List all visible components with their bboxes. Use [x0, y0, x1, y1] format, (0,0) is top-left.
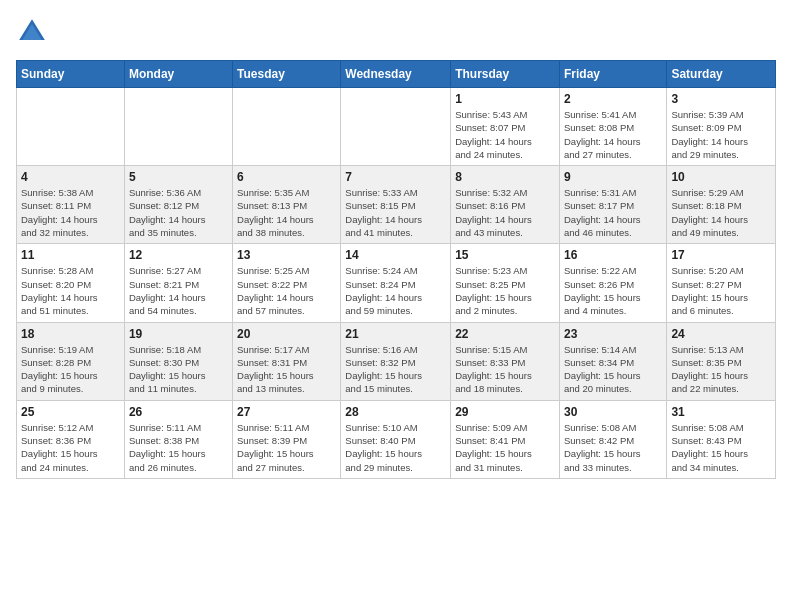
day-info: Sunrise: 5:39 AM Sunset: 8:09 PM Dayligh… — [671, 108, 771, 161]
day-info: Sunrise: 5:15 AM Sunset: 8:33 PM Dayligh… — [455, 343, 555, 396]
weekday-thursday: Thursday — [451, 61, 560, 88]
calendar-week-0: 1Sunrise: 5:43 AM Sunset: 8:07 PM Daylig… — [17, 88, 776, 166]
day-number: 27 — [237, 405, 336, 419]
day-info: Sunrise: 5:43 AM Sunset: 8:07 PM Dayligh… — [455, 108, 555, 161]
calendar-cell: 19Sunrise: 5:18 AM Sunset: 8:30 PM Dayli… — [124, 322, 232, 400]
calendar-cell: 9Sunrise: 5:31 AM Sunset: 8:17 PM Daylig… — [559, 166, 666, 244]
day-number: 31 — [671, 405, 771, 419]
calendar-cell: 8Sunrise: 5:32 AM Sunset: 8:16 PM Daylig… — [451, 166, 560, 244]
calendar-cell: 7Sunrise: 5:33 AM Sunset: 8:15 PM Daylig… — [341, 166, 451, 244]
calendar-cell: 6Sunrise: 5:35 AM Sunset: 8:13 PM Daylig… — [233, 166, 341, 244]
day-info: Sunrise: 5:32 AM Sunset: 8:16 PM Dayligh… — [455, 186, 555, 239]
day-info: Sunrise: 5:09 AM Sunset: 8:41 PM Dayligh… — [455, 421, 555, 474]
day-number: 5 — [129, 170, 228, 184]
calendar-cell: 10Sunrise: 5:29 AM Sunset: 8:18 PM Dayli… — [667, 166, 776, 244]
calendar-cell: 30Sunrise: 5:08 AM Sunset: 8:42 PM Dayli… — [559, 400, 666, 478]
day-number: 19 — [129, 327, 228, 341]
day-number: 10 — [671, 170, 771, 184]
day-number: 6 — [237, 170, 336, 184]
calendar-cell: 4Sunrise: 5:38 AM Sunset: 8:11 PM Daylig… — [17, 166, 125, 244]
calendar-cell: 26Sunrise: 5:11 AM Sunset: 8:38 PM Dayli… — [124, 400, 232, 478]
calendar-week-2: 11Sunrise: 5:28 AM Sunset: 8:20 PM Dayli… — [17, 244, 776, 322]
calendar-cell: 24Sunrise: 5:13 AM Sunset: 8:35 PM Dayli… — [667, 322, 776, 400]
weekday-tuesday: Tuesday — [233, 61, 341, 88]
day-number: 18 — [21, 327, 120, 341]
calendar-cell: 16Sunrise: 5:22 AM Sunset: 8:26 PM Dayli… — [559, 244, 666, 322]
day-number: 3 — [671, 92, 771, 106]
weekday-wednesday: Wednesday — [341, 61, 451, 88]
calendar-cell: 15Sunrise: 5:23 AM Sunset: 8:25 PM Dayli… — [451, 244, 560, 322]
day-number: 16 — [564, 248, 662, 262]
calendar-cell: 2Sunrise: 5:41 AM Sunset: 8:08 PM Daylig… — [559, 88, 666, 166]
day-info: Sunrise: 5:08 AM Sunset: 8:42 PM Dayligh… — [564, 421, 662, 474]
day-number: 14 — [345, 248, 446, 262]
day-info: Sunrise: 5:27 AM Sunset: 8:21 PM Dayligh… — [129, 264, 228, 317]
day-number: 1 — [455, 92, 555, 106]
calendar-cell: 1Sunrise: 5:43 AM Sunset: 8:07 PM Daylig… — [451, 88, 560, 166]
calendar-cell: 23Sunrise: 5:14 AM Sunset: 8:34 PM Dayli… — [559, 322, 666, 400]
day-number: 22 — [455, 327, 555, 341]
logo-icon — [16, 16, 48, 48]
calendar-cell: 13Sunrise: 5:25 AM Sunset: 8:22 PM Dayli… — [233, 244, 341, 322]
calendar-cell: 11Sunrise: 5:28 AM Sunset: 8:20 PM Dayli… — [17, 244, 125, 322]
day-info: Sunrise: 5:20 AM Sunset: 8:27 PM Dayligh… — [671, 264, 771, 317]
day-info: Sunrise: 5:25 AM Sunset: 8:22 PM Dayligh… — [237, 264, 336, 317]
day-info: Sunrise: 5:14 AM Sunset: 8:34 PM Dayligh… — [564, 343, 662, 396]
calendar-cell — [124, 88, 232, 166]
day-info: Sunrise: 5:22 AM Sunset: 8:26 PM Dayligh… — [564, 264, 662, 317]
weekday-friday: Friday — [559, 61, 666, 88]
day-info: Sunrise: 5:12 AM Sunset: 8:36 PM Dayligh… — [21, 421, 120, 474]
day-info: Sunrise: 5:19 AM Sunset: 8:28 PM Dayligh… — [21, 343, 120, 396]
day-number: 29 — [455, 405, 555, 419]
day-info: Sunrise: 5:11 AM Sunset: 8:38 PM Dayligh… — [129, 421, 228, 474]
calendar-cell: 28Sunrise: 5:10 AM Sunset: 8:40 PM Dayli… — [341, 400, 451, 478]
calendar-header: SundayMondayTuesdayWednesdayThursdayFrid… — [17, 61, 776, 88]
day-number: 20 — [237, 327, 336, 341]
day-number: 24 — [671, 327, 771, 341]
calendar-week-3: 18Sunrise: 5:19 AM Sunset: 8:28 PM Dayli… — [17, 322, 776, 400]
day-number: 7 — [345, 170, 446, 184]
calendar-cell: 20Sunrise: 5:17 AM Sunset: 8:31 PM Dayli… — [233, 322, 341, 400]
day-number: 30 — [564, 405, 662, 419]
weekday-header-row: SundayMondayTuesdayWednesdayThursdayFrid… — [17, 61, 776, 88]
day-number: 4 — [21, 170, 120, 184]
weekday-monday: Monday — [124, 61, 232, 88]
day-number: 8 — [455, 170, 555, 184]
day-number: 13 — [237, 248, 336, 262]
weekday-saturday: Saturday — [667, 61, 776, 88]
calendar-cell: 27Sunrise: 5:11 AM Sunset: 8:39 PM Dayli… — [233, 400, 341, 478]
calendar-cell: 21Sunrise: 5:16 AM Sunset: 8:32 PM Dayli… — [341, 322, 451, 400]
calendar-body: 1Sunrise: 5:43 AM Sunset: 8:07 PM Daylig… — [17, 88, 776, 479]
day-info: Sunrise: 5:10 AM Sunset: 8:40 PM Dayligh… — [345, 421, 446, 474]
day-info: Sunrise: 5:18 AM Sunset: 8:30 PM Dayligh… — [129, 343, 228, 396]
day-info: Sunrise: 5:38 AM Sunset: 8:11 PM Dayligh… — [21, 186, 120, 239]
day-number: 9 — [564, 170, 662, 184]
calendar-cell: 18Sunrise: 5:19 AM Sunset: 8:28 PM Dayli… — [17, 322, 125, 400]
calendar-cell: 31Sunrise: 5:08 AM Sunset: 8:43 PM Dayli… — [667, 400, 776, 478]
day-info: Sunrise: 5:28 AM Sunset: 8:20 PM Dayligh… — [21, 264, 120, 317]
day-info: Sunrise: 5:24 AM Sunset: 8:24 PM Dayligh… — [345, 264, 446, 317]
day-info: Sunrise: 5:16 AM Sunset: 8:32 PM Dayligh… — [345, 343, 446, 396]
calendar-table: SundayMondayTuesdayWednesdayThursdayFrid… — [16, 60, 776, 479]
calendar-cell — [17, 88, 125, 166]
calendar-cell: 22Sunrise: 5:15 AM Sunset: 8:33 PM Dayli… — [451, 322, 560, 400]
weekday-sunday: Sunday — [17, 61, 125, 88]
day-number: 28 — [345, 405, 446, 419]
logo — [16, 16, 52, 48]
day-number: 17 — [671, 248, 771, 262]
day-number: 11 — [21, 248, 120, 262]
calendar-cell: 29Sunrise: 5:09 AM Sunset: 8:41 PM Dayli… — [451, 400, 560, 478]
day-number: 23 — [564, 327, 662, 341]
day-number: 21 — [345, 327, 446, 341]
day-info: Sunrise: 5:41 AM Sunset: 8:08 PM Dayligh… — [564, 108, 662, 161]
calendar-week-4: 25Sunrise: 5:12 AM Sunset: 8:36 PM Dayli… — [17, 400, 776, 478]
day-info: Sunrise: 5:17 AM Sunset: 8:31 PM Dayligh… — [237, 343, 336, 396]
day-info: Sunrise: 5:23 AM Sunset: 8:25 PM Dayligh… — [455, 264, 555, 317]
day-number: 12 — [129, 248, 228, 262]
day-number: 26 — [129, 405, 228, 419]
day-info: Sunrise: 5:35 AM Sunset: 8:13 PM Dayligh… — [237, 186, 336, 239]
calendar-cell — [233, 88, 341, 166]
day-number: 15 — [455, 248, 555, 262]
day-info: Sunrise: 5:13 AM Sunset: 8:35 PM Dayligh… — [671, 343, 771, 396]
calendar-week-1: 4Sunrise: 5:38 AM Sunset: 8:11 PM Daylig… — [17, 166, 776, 244]
